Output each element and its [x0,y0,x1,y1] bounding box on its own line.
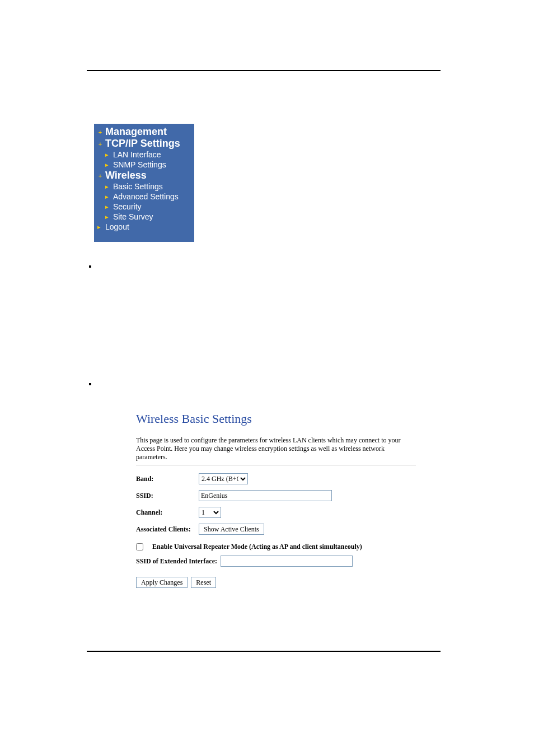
extended-ssid-input[interactable] [221,556,353,567]
row-associated-clients: Associated Clients: Show Active Clients [136,524,424,535]
channel-select[interactable]: 1 [199,507,221,518]
sidebar-label: TCP/IP Settings [105,138,180,150]
extended-ssid-label: SSID of Extended Interface: [136,557,217,566]
divider-top [87,70,441,71]
sidebar-label: Site Survey [113,212,153,222]
sidebar-label: Management [105,126,167,138]
page-description: This page is used to configure the param… [136,436,416,461]
sidebar-item-tcpip[interactable]: + TCP/IP Settings [94,138,194,150]
sidebar-item-security[interactable]: ▸ Security [94,202,194,212]
channel-label: Channel: [136,508,199,517]
sidebar-item-site-survey[interactable]: ▸ Site Survey [94,212,194,222]
bullet-icon [89,265,91,268]
repeater-checkbox[interactable] [136,543,143,550]
sidebar-label: Advanced Settings [113,192,179,202]
sidebar-label: Basic Settings [113,181,163,192]
sidebar-label: Wireless [105,170,147,181]
band-label: Band: [136,475,199,483]
sidebar-nav: + Management + TCP/IP Settings ▸ LAN Int… [94,124,194,242]
divider [136,465,416,465]
sidebar-item-logout[interactable]: ▸ Logout [94,222,194,232]
bullet-icon [89,383,91,385]
row-ssid: SSID: [136,490,424,501]
sidebar-item-basic-settings[interactable]: ▸ Basic Settings [94,181,194,192]
page-title: Wireless Basic Settings [136,412,424,426]
sidebar-label: LAN Interface [113,150,161,160]
reset-button[interactable]: Reset [191,577,216,588]
apply-changes-button[interactable]: Apply Changes [136,577,188,588]
sidebar-item-lan-interface[interactable]: ▸ LAN Interface [94,150,194,160]
row-extended-ssid: SSID of Extended Interface: [136,556,424,567]
row-channel: Channel: 1 [136,507,424,518]
divider-bottom [87,651,441,652]
arrow-icon: ▸ [105,181,111,192]
wireless-basic-settings-panel: Wireless Basic Settings This page is use… [136,412,424,588]
row-repeater-mode: Enable Universal Repeater Mode (Acting a… [136,543,424,551]
row-band: Band: 2.4 GHz (B+G) [136,473,424,484]
sidebar-label: Security [113,202,142,212]
arrow-icon: ▸ [105,202,111,212]
repeater-label: Enable Universal Repeater Mode (Acting a… [152,543,362,551]
show-active-clients-button[interactable]: Show Active Clients [199,524,264,535]
expand-icon: + [97,172,103,179]
sidebar-item-wireless[interactable]: + Wireless [94,170,194,181]
arrow-icon: ▸ [105,192,111,202]
arrow-icon: ▸ [105,160,111,170]
sidebar-item-advanced-settings[interactable]: ▸ Advanced Settings [94,192,194,202]
sidebar-item-management[interactable]: + Management [94,126,194,138]
assoc-clients-label: Associated Clients: [136,525,199,534]
expand-icon: + [97,129,103,136]
sidebar-item-snmp-settings[interactable]: ▸ SNMP Settings [94,160,194,170]
arrow-icon: ▸ [105,212,111,222]
sidebar-label: Logout [105,222,129,232]
button-row: Apply Changes Reset [136,577,424,588]
expand-icon: + [97,141,103,147]
arrow-icon: ▸ [97,222,103,232]
sidebar-label: SNMP Settings [113,160,166,170]
ssid-input[interactable] [199,490,332,501]
band-select[interactable]: 2.4 GHz (B+G) [199,473,248,484]
arrow-icon: ▸ [105,150,111,160]
ssid-label: SSID: [136,492,199,500]
